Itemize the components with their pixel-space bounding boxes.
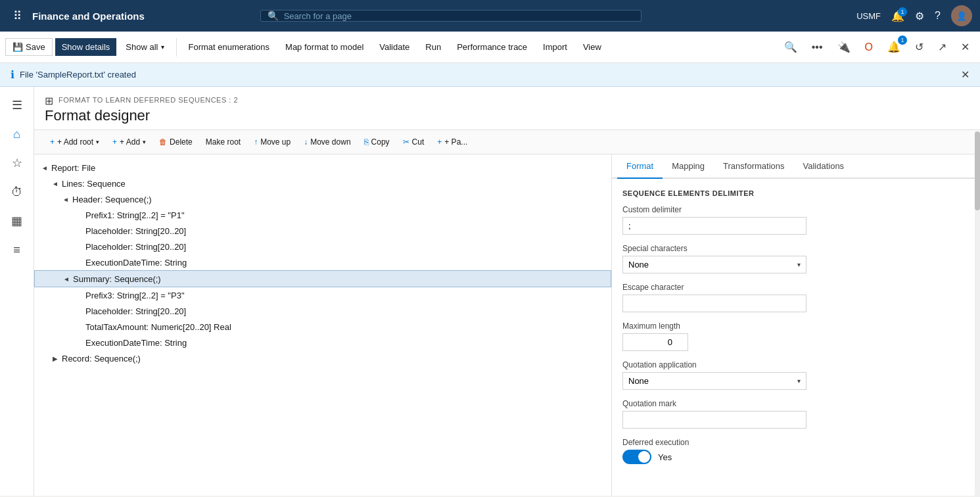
banner-close-button[interactable]: ✕ <box>961 68 969 81</box>
copy-icon: ⎘ <box>364 137 369 147</box>
tab-format[interactable]: Format <box>617 154 663 179</box>
open-external-icon[interactable]: ↗ <box>933 37 952 57</box>
notification-bell[interactable]: 🔔 1 <box>891 10 904 22</box>
user-avatar[interactable]: 👤 <box>951 5 972 26</box>
show-all-button[interactable]: Show all ▾ <box>119 38 170 56</box>
maximum-length-field: Maximum length <box>622 321 969 351</box>
show-details-button[interactable]: Show details <box>55 38 117 56</box>
toolbar-badge: 1 <box>898 36 907 45</box>
top-nav: ⠿ Finance and Operations 🔍 USMF 🔔 1 ⚙ ? … <box>0 0 980 32</box>
maximum-length-input[interactable] <box>622 333 688 351</box>
search-toolbar-icon[interactable]: 🔍 <box>779 37 803 57</box>
tab-mapping[interactable]: Mapping <box>663 154 714 179</box>
tree-item[interactable]: Placeholder: String[20..20] <box>34 239 611 254</box>
tree-item-selected[interactable]: ◄ Summary: Sequence(;) <box>34 270 611 287</box>
sidebar-list-icon[interactable]: ≡ <box>4 237 30 263</box>
tree-item[interactable]: Placeholder: String[20..20] <box>34 223 611 239</box>
main-toolbar: 💾 Save Show details Show all ▾ Format en… <box>0 32 980 63</box>
puzzle-icon[interactable]: 🔌 <box>832 37 856 57</box>
filter-icon[interactable]: ⊞ <box>45 95 53 107</box>
action-toolbar: + + Add root ▾ + + Add ▾ 🗑 Delete Make r… <box>34 130 980 154</box>
paste-button[interactable]: + + Pa... <box>432 134 473 150</box>
add-button[interactable]: + + Add ▾ <box>107 134 151 150</box>
tree-item[interactable]: ◄ Lines: Sequence <box>34 176 611 191</box>
sidebar-workspaces-icon[interactable]: ▦ <box>4 208 30 234</box>
sidebar-recent-icon[interactable]: ⏱ <box>4 179 30 205</box>
search-input[interactable] <box>284 11 634 21</box>
special-characters-field: Special characters None ▾ <box>622 244 969 273</box>
info-icon: ℹ <box>11 68 14 81</box>
tree-item[interactable]: Prefix3: String[2..2] = "P3" <box>34 287 611 303</box>
tree-toggle-icon[interactable]: ◄ <box>39 162 50 173</box>
cut-button[interactable]: ✂ Cut <box>398 134 430 150</box>
add-root-chevron-icon: ▾ <box>96 139 99 145</box>
tree-item[interactable]: Placeholder: String[20..20] <box>34 303 611 319</box>
delete-button[interactable]: 🗑 Delete <box>154 134 198 150</box>
tree-toggle-icon[interactable]: ◄ <box>61 273 72 284</box>
tree-item[interactable]: ExecutionDateTime: String <box>34 254 611 270</box>
show-all-chevron-icon: ▾ <box>161 43 164 51</box>
move-down-button[interactable]: ↓ Move down <box>298 134 356 150</box>
tab-validations[interactable]: Validations <box>793 154 853 179</box>
tree-item[interactable]: TotalTaxAmount: Numeric[20..20] Real <box>34 319 611 335</box>
special-characters-select[interactable]: None ▾ <box>622 256 806 273</box>
tree-item[interactable]: ◄ Header: Sequence(;) <box>34 191 611 207</box>
copy-button[interactable]: ⎘ Copy <box>359 134 395 150</box>
toggle-row: Yes <box>622 450 969 464</box>
quotation-application-select[interactable]: None ▾ <box>622 372 806 390</box>
props-tabs: Format Mapping Transformations Validatio… <box>612 154 980 179</box>
office-icon[interactable]: O <box>860 37 878 57</box>
add-chevron-icon: ▾ <box>143 139 146 145</box>
tree-toggle-icon[interactable]: ◄ <box>60 194 71 204</box>
page-header: ⊞ FORMAT TO LEARN DEFERRED SEQUENCES : 2… <box>34 87 980 130</box>
quotation-mark-input[interactable] <box>622 411 806 429</box>
paste-icon: + <box>437 137 442 147</box>
custom-delimiter-input[interactable] <box>622 217 806 235</box>
tree-item[interactable]: Prefix1: String[2..2] = "P1" <box>34 207 611 223</box>
grid-icon[interactable]: ⠿ <box>8 6 27 26</box>
properties-pane: Format Mapping Transformations Validatio… <box>612 154 980 496</box>
format-enumerations-button[interactable]: Format enumerations <box>182 38 277 56</box>
sidebar-home-icon[interactable]: ⌂ <box>4 121 30 147</box>
badge-container: 🔔 1 <box>882 37 906 57</box>
special-characters-value: None <box>628 260 649 270</box>
refresh-icon[interactable]: ↺ <box>910 37 929 57</box>
props-section-title: SEQUENCE ELEMENTS DELIMITER <box>622 189 969 197</box>
view-button[interactable]: View <box>576 38 608 56</box>
tree-toggle-icon[interactable]: ◄ <box>50 178 60 189</box>
add-root-button[interactable]: + + Add root ▾ <box>45 134 105 150</box>
sidebar-favorites-icon[interactable]: ☆ <box>4 150 30 176</box>
special-characters-label: Special characters <box>622 244 969 253</box>
custom-delimiter-field: Custom delimiter <box>622 205 969 235</box>
quotation-application-chevron-icon: ▾ <box>797 377 801 385</box>
more-options-icon[interactable]: ••• <box>806 37 828 57</box>
tree-toggle-icon[interactable]: ▶ <box>50 353 60 364</box>
move-up-button[interactable]: ↑ Move up <box>248 134 296 150</box>
quotation-application-field: Quotation application None ▾ <box>622 360 969 390</box>
tab-transformations[interactable]: Transformations <box>714 154 793 179</box>
search-box: 🔍 <box>260 10 642 22</box>
cut-icon: ✂ <box>403 137 409 147</box>
username-label: USMF <box>856 11 881 21</box>
make-root-button[interactable]: Make root <box>200 134 246 150</box>
tree-item[interactable]: ExecutionDateTime: String <box>34 335 611 350</box>
breadcrumb: FORMAT TO LEARN DEFERRED SEQUENCES : 2 <box>58 96 238 104</box>
tree-item[interactable]: ▶ Record: Sequence(;) <box>34 350 611 366</box>
escape-character-input[interactable] <box>622 295 806 312</box>
help-icon[interactable]: ? <box>935 10 941 22</box>
sidebar-menu-icon[interactable]: ☰ <box>4 92 30 118</box>
scrollbar-track <box>975 154 980 496</box>
close-icon[interactable]: ✕ <box>956 37 975 57</box>
scrollbar-thumb[interactable] <box>975 154 980 210</box>
save-button[interactable]: 💾 Save <box>5 38 53 56</box>
deferred-execution-toggle[interactable] <box>622 450 651 464</box>
map-format-to-model-button[interactable]: Map format to model <box>279 38 370 56</box>
validate-button[interactable]: Validate <box>373 38 416 56</box>
special-characters-chevron-icon: ▾ <box>797 261 801 268</box>
import-button[interactable]: Import <box>536 38 574 56</box>
settings-icon[interactable]: ⚙ <box>915 10 924 22</box>
run-button[interactable]: Run <box>419 38 448 56</box>
search-icon: 🔍 <box>268 11 279 21</box>
performance-trace-button[interactable]: Performance trace <box>450 38 534 56</box>
tree-item[interactable]: ◄ Report: File <box>34 160 611 176</box>
